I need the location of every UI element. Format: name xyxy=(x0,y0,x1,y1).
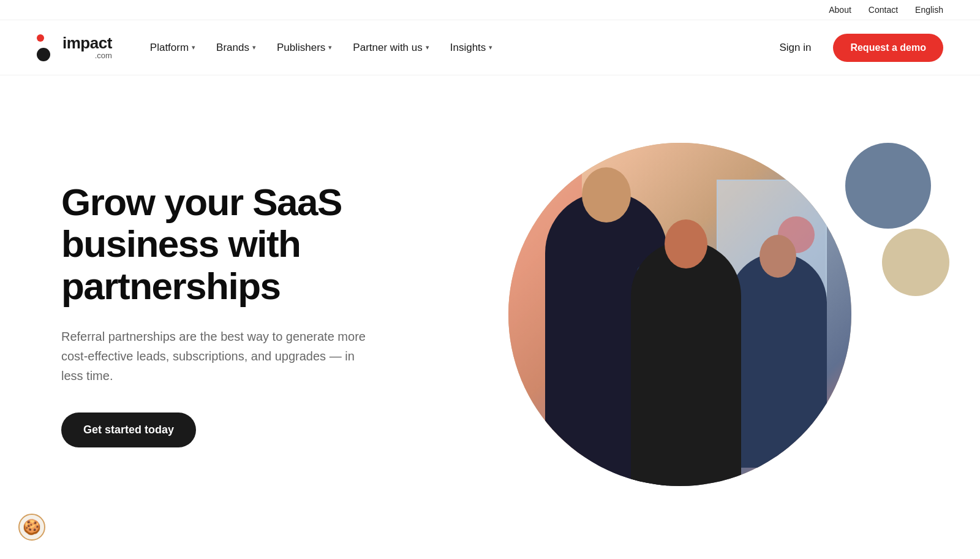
person-right-silhouette xyxy=(729,253,827,468)
hero-left: Grow your SaaS business with partnership… xyxy=(61,181,417,447)
main-nav: impact .com Platform ▾ Brands ▾ Publishe… xyxy=(0,20,980,75)
nav-brands[interactable]: Brands ▾ xyxy=(208,36,265,60)
platform-chevron-icon: ▾ xyxy=(192,44,195,51)
nav-partner[interactable]: Partner with us ▾ xyxy=(344,36,437,60)
nav-insights[interactable]: Insights ▾ xyxy=(442,36,502,60)
hero-image xyxy=(508,143,851,486)
logo-text-wrap: impact .com xyxy=(62,35,112,60)
cookie-circle: 🍪 xyxy=(18,514,45,541)
language-selector[interactable]: English xyxy=(915,5,943,15)
logo-dot-black xyxy=(37,48,50,61)
about-link[interactable]: About xyxy=(829,5,851,15)
hero-title: Grow your SaaS business with partnership… xyxy=(61,181,392,307)
partner-chevron-icon: ▾ xyxy=(426,44,429,51)
publishers-chevron-icon: ▾ xyxy=(328,44,332,51)
photo-background xyxy=(508,143,851,486)
nav-publishers[interactable]: Publishers ▾ xyxy=(268,36,341,60)
brands-chevron-icon: ▾ xyxy=(252,44,256,51)
brands-label: Brands xyxy=(216,42,249,54)
logo[interactable]: impact .com xyxy=(37,34,112,61)
person-center-head xyxy=(665,219,707,268)
person-center-silhouette xyxy=(631,241,741,486)
hero-subtitle: Referral partnerships are the best way t… xyxy=(61,327,368,386)
nav-right: Sign in Request a demo xyxy=(769,34,943,62)
contact-link[interactable]: Contact xyxy=(869,5,898,15)
cookie-consent-icon[interactable]: 🍪 xyxy=(18,514,45,541)
logo-com: .com xyxy=(64,51,112,60)
logo-wordmark: impact xyxy=(62,34,112,52)
platform-label: Platform xyxy=(150,42,189,54)
nav-items: Platform ▾ Brands ▾ Publishers ▾ Partner… xyxy=(141,36,770,60)
get-started-button[interactable]: Get started today xyxy=(61,413,196,447)
deco-circle-tan xyxy=(882,229,949,296)
hero-right xyxy=(417,131,943,498)
deco-circle-blue xyxy=(845,143,931,229)
sign-in-button[interactable]: Sign in xyxy=(769,37,821,59)
partner-label: Partner with us xyxy=(353,42,422,54)
logo-dot-red xyxy=(37,34,44,42)
person-right-head xyxy=(760,235,796,278)
person-left-head xyxy=(582,167,631,222)
hero-section: Grow your SaaS business with partnership… xyxy=(0,75,980,541)
top-bar: About Contact English xyxy=(0,0,980,20)
nav-platform[interactable]: Platform ▾ xyxy=(141,36,204,60)
publishers-label: Publishers xyxy=(277,42,325,54)
logo-icon xyxy=(37,34,60,61)
insights-chevron-icon: ▾ xyxy=(489,44,492,51)
request-demo-button[interactable]: Request a demo xyxy=(833,34,943,62)
insights-label: Insights xyxy=(450,42,486,54)
